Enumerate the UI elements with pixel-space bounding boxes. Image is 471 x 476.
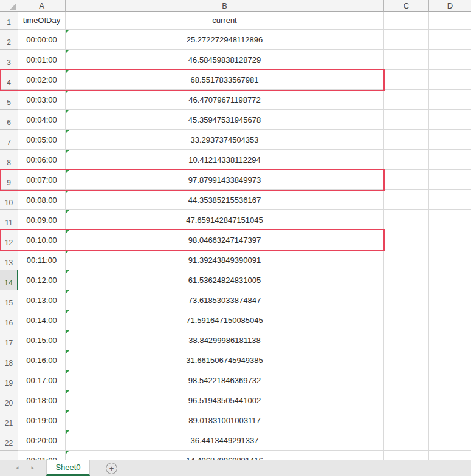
- cell-current[interactable]: 44.35385215536167: [66, 190, 384, 210]
- cell-d[interactable]: [429, 150, 471, 170]
- row-header-12[interactable]: 12: [0, 230, 18, 250]
- cell-current[interactable]: 89.01831001003117: [66, 410, 384, 430]
- cell-d[interactable]: [429, 190, 471, 210]
- row-header-17[interactable]: 17: [0, 330, 18, 350]
- cell-timeofday[interactable]: 00:21:00: [18, 450, 66, 460]
- cell-d[interactable]: [429, 350, 471, 370]
- cell-a1-timeofday-header[interactable]: timeOfDay: [18, 12, 66, 30]
- cell-c[interactable]: [384, 230, 429, 250]
- cell-timeofday[interactable]: 00:03:00: [18, 90, 66, 110]
- row-header-2[interactable]: 2: [0, 30, 18, 50]
- cell-c[interactable]: [384, 370, 429, 390]
- cell-c[interactable]: [384, 190, 429, 210]
- cell-d[interactable]: [429, 110, 471, 130]
- cell-c[interactable]: [384, 70, 429, 90]
- cell-d[interactable]: [429, 450, 471, 460]
- cell-c[interactable]: [384, 170, 429, 190]
- cell-current[interactable]: 25.272272948112896: [66, 30, 384, 50]
- cell-d[interactable]: [429, 210, 471, 230]
- cell-d[interactable]: [429, 370, 471, 390]
- cell-current[interactable]: 36.4413449291337: [66, 430, 384, 450]
- cell-timeofday[interactable]: 00:14:00: [18, 310, 66, 330]
- cell-c[interactable]: [384, 390, 429, 410]
- cell-current[interactable]: 91.39243849390091: [66, 250, 384, 270]
- row-header-18[interactable]: 18: [0, 350, 18, 370]
- cell-current[interactable]: 45.35947531945678: [66, 110, 384, 130]
- cell-d[interactable]: [429, 390, 471, 410]
- row-header-22[interactable]: 22: [0, 430, 18, 450]
- cell-d[interactable]: [429, 50, 471, 70]
- cell-timeofday[interactable]: 00:01:00: [18, 50, 66, 70]
- cell-d[interactable]: [429, 250, 471, 270]
- cell-current[interactable]: 73.61853033874847: [66, 290, 384, 310]
- cell-c[interactable]: [384, 30, 429, 50]
- cell-d[interactable]: [429, 270, 471, 290]
- cell-c[interactable]: [384, 110, 429, 130]
- row-header-16[interactable]: 16: [0, 310, 18, 330]
- cell-current[interactable]: 46.47079671198772: [66, 90, 384, 110]
- cell-timeofday[interactable]: 00:05:00: [18, 130, 66, 150]
- tab-scroll-right-icon[interactable]: ►: [30, 466, 35, 471]
- cell-c[interactable]: [384, 430, 429, 450]
- cell-timeofday[interactable]: 00:11:00: [18, 250, 66, 270]
- cell-timeofday[interactable]: 00:02:00: [18, 70, 66, 90]
- cell-timeofday[interactable]: 00:18:00: [18, 390, 66, 410]
- cell-b1-current-header[interactable]: current: [66, 12, 384, 30]
- row-header-7[interactable]: 7: [0, 130, 18, 150]
- cell-current[interactable]: 98.54221846369732: [66, 370, 384, 390]
- cell-c[interactable]: [384, 350, 429, 370]
- cell-current[interactable]: 10.41214338112294: [66, 150, 384, 170]
- row-header-21[interactable]: 21: [0, 410, 18, 430]
- cell-c[interactable]: [384, 290, 429, 310]
- row-header-3[interactable]: 3: [0, 50, 18, 70]
- cell-timeofday[interactable]: 00:12:00: [18, 270, 66, 290]
- row-header-8[interactable]: 8: [0, 150, 18, 170]
- cell-d[interactable]: [429, 170, 471, 190]
- cell-c[interactable]: [384, 50, 429, 70]
- cell-d[interactable]: [429, 130, 471, 150]
- cell-c1[interactable]: [384, 12, 429, 30]
- cell-d[interactable]: [429, 310, 471, 330]
- row-header-20[interactable]: 20: [0, 390, 18, 410]
- cell-c[interactable]: [384, 210, 429, 230]
- cell-current[interactable]: 31.661506745949385: [66, 350, 384, 370]
- cell-c[interactable]: [384, 150, 429, 170]
- cell-timeofday[interactable]: 00:17:00: [18, 370, 66, 390]
- cell-timeofday[interactable]: 00:13:00: [18, 290, 66, 310]
- cell-timeofday[interactable]: 00:00:00: [18, 30, 66, 50]
- sheet-tab-sheet0[interactable]: Sheet0: [46, 460, 90, 476]
- row-header-14[interactable]: 14: [0, 270, 18, 290]
- row-header-1[interactable]: 1: [0, 12, 18, 30]
- cell-c[interactable]: [384, 310, 429, 330]
- cell-current[interactable]: 68.5517833567981: [66, 70, 384, 90]
- cell-timeofday[interactable]: 00:07:00: [18, 170, 66, 190]
- cell-d[interactable]: [429, 330, 471, 350]
- cell-d[interactable]: [429, 90, 471, 110]
- cell-timeofday[interactable]: 00:04:00: [18, 110, 66, 130]
- cell-current[interactable]: 33.2937374504353: [66, 130, 384, 150]
- cell-c[interactable]: [384, 330, 429, 350]
- column-header-c[interactable]: C: [384, 0, 429, 12]
- cell-current[interactable]: 61.53624824831005: [66, 270, 384, 290]
- cell-current[interactable]: 38.84299986181138: [66, 330, 384, 350]
- cell-c[interactable]: [384, 450, 429, 460]
- column-header-a[interactable]: A: [18, 0, 66, 12]
- tab-scroll-left-icon[interactable]: ◄: [15, 466, 19, 471]
- cell-c[interactable]: [384, 90, 429, 110]
- cell-current[interactable]: 97.87991433849973: [66, 170, 384, 190]
- cell-d[interactable]: [429, 70, 471, 90]
- cell-c[interactable]: [384, 250, 429, 270]
- column-header-d[interactable]: D: [429, 0, 471, 12]
- row-header-19[interactable]: 19: [0, 370, 18, 390]
- cell-d[interactable]: [429, 290, 471, 310]
- cell-current[interactable]: 98.04663247147397: [66, 230, 384, 250]
- cell-d[interactable]: [429, 430, 471, 450]
- row-header-11[interactable]: 11: [0, 210, 18, 230]
- cell-d[interactable]: [429, 410, 471, 430]
- select-all-corner[interactable]: [0, 0, 18, 12]
- cell-timeofday[interactable]: 00:16:00: [18, 350, 66, 370]
- cell-d1[interactable]: [429, 12, 471, 30]
- row-header-13[interactable]: 13: [0, 250, 18, 270]
- cell-current[interactable]: 14.496879969891416: [66, 450, 384, 460]
- cell-timeofday[interactable]: 00:19:00: [18, 410, 66, 430]
